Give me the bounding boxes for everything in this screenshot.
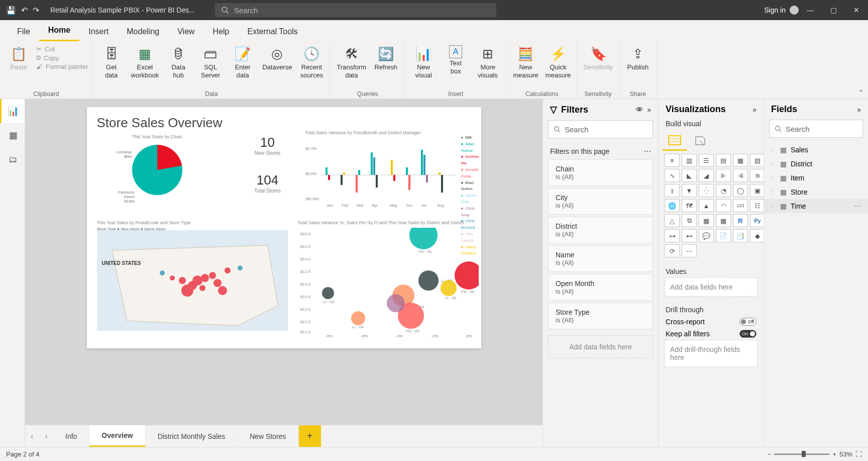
pie-chart[interactable] [132,145,182,195]
bubble-chart[interactable]: $15.0$14.5$14.0 $13.5$13.0$12.5 $12.0$11… [298,228,479,338]
save-icon[interactable]: 💾 [6,6,16,15]
dataverse-button[interactable]: ◎Dataverse [260,43,294,71]
viz-scatter[interactable]: ⁛ [699,184,714,197]
filter-card[interactable]: Districtis (All) [548,217,653,243]
tab-modeling[interactable]: Modeling [118,23,168,41]
viz-waterfall[interactable]: ⫿ [665,184,680,197]
filter-card[interactable]: Nameis (All) [548,245,653,272]
viz-table[interactable]: ▦ [699,214,714,227]
viz-gauge[interactable]: ◠ [716,199,731,212]
redo-icon[interactable]: ↷ [33,6,39,15]
tab-help[interactable]: Help [204,23,239,41]
field-table-item[interactable]: 〉▦Item [764,171,868,185]
filters-search[interactable]: Search [548,120,653,138]
sensitivity-button[interactable]: 🔖Sensitivity [581,43,615,71]
viz-more[interactable]: ⋯ [682,244,697,257]
filter-card[interactable]: Cityis (All) [548,188,653,215]
show-filters-icon[interactable]: 👁 [636,106,643,114]
viz-stacked-area[interactable]: ◢ [699,169,714,182]
collapse-viz-icon[interactable]: » [752,106,756,114]
viz-clustered-column[interactable]: ▤ [716,154,731,167]
excel-button[interactable]: ▦Excel workbook [129,43,161,79]
bar-chart[interactable]: $0.2M $0.0M ($0.2M) [305,137,456,208]
viz-funnel[interactable]: ▼ [682,184,697,197]
more-icon[interactable]: ⋯ [644,147,651,155]
viz-qa[interactable]: 💬 [699,229,714,242]
report-view-button[interactable]: 📊 [0,99,25,123]
copy-button[interactable]: ⧉Copy [36,54,88,62]
viz-multirow-card[interactable]: ☷ [750,199,765,212]
cut-button[interactable]: ✂Cut [36,45,88,53]
viz-azure-map[interactable]: ▲ [699,199,714,212]
viz-r[interactable]: R [733,214,748,227]
viz-paginated[interactable]: 📑 [733,229,748,242]
viz-narrative[interactable]: 📄 [716,229,731,242]
tab-view[interactable]: View [168,23,203,41]
sign-in[interactable]: Sign in [764,6,799,15]
viz-line-clustered[interactable]: ⫷ [733,169,748,182]
viz-power-automate[interactable]: ⟳ [665,244,680,257]
transform-button[interactable]: 🛠Transform data [335,43,368,79]
viz-ribbon[interactable]: ≋ [750,169,765,182]
page-next[interactable]: › [39,425,53,447]
page-tab-newstores[interactable]: New Stores [238,425,298,447]
filter-card[interactable]: Chainis (All) [548,159,653,186]
viz-pie[interactable]: ◔ [716,184,731,197]
undo-icon[interactable]: ↶ [21,6,28,15]
close-button[interactable]: ✕ [845,0,868,20]
sqlserver-button[interactable]: 🗃SQL Server [196,43,225,79]
viz-line[interactable]: ∿ [665,169,680,182]
collapse-filters-icon[interactable]: » [647,106,651,114]
filter-card[interactable]: Open Monthis (All) [548,274,653,301]
viz-100-bar[interactable]: ▦ [733,154,748,167]
format-visual-tab[interactable] [692,132,710,149]
keep-filters-toggle[interactable]: On [739,330,756,338]
get-data-button[interactable]: 🗄Get data [97,43,126,79]
field-table-sales[interactable]: 〉▦Sales [764,143,868,157]
zoom-out[interactable]: − [768,450,772,458]
global-search[interactable]: Search [215,3,496,17]
datahub-button[interactable]: 🛢Data hub [164,43,193,79]
format-painter-button[interactable]: 🖌Format painter [36,63,88,70]
viz-filled-map[interactable]: 🗺 [682,199,697,212]
textbox-button[interactable]: AText box [441,43,470,75]
viz-matrix[interactable]: ▩ [716,214,731,227]
viz-line-column[interactable]: ⫸ [716,169,731,182]
minimize-button[interactable]: — [799,0,822,20]
viz-donut[interactable]: ◯ [733,184,748,197]
quickmeasure-button[interactable]: ⚡Quick measure [544,43,573,79]
tab-home[interactable]: Home [39,22,79,41]
tab-file[interactable]: File [8,23,39,41]
collapse-fields-icon[interactable]: » [857,106,861,114]
viz-slicer[interactable]: ⧉ [682,214,697,227]
values-drop[interactable]: Add data fields here [665,278,757,297]
collapse-ribbon-icon[interactable]: ⌃ [858,88,864,97]
viz-kpi[interactable]: △ [665,214,680,227]
zoom-slider[interactable] [774,453,829,455]
field-table-district[interactable]: 〉▦District [764,157,868,171]
newmeasure-button[interactable]: 🧮New measure [511,43,540,79]
page-tab-overview[interactable]: Overview [89,425,145,447]
newvisual-button[interactable]: 📊New visual [409,43,438,79]
publish-button[interactable]: ⇪Publish [623,43,653,71]
paste-button[interactable]: 📋 Paste [4,43,33,71]
report-canvas[interactable]: Store Sales Overview This Year Sales by … [87,107,481,348]
field-table-store[interactable]: 〉▦Store [764,185,868,199]
viz-100-column[interactable]: ▧ [750,154,765,167]
viz-stacked-bar[interactable]: ≡ [665,154,680,167]
viz-treemap[interactable]: ▣ [750,184,765,197]
viz-power-apps[interactable]: ◆ [750,229,765,242]
page-tab-district[interactable]: District Monthly Sales [146,425,238,447]
drill-drop[interactable]: Add drill-through fields here [665,340,757,367]
fit-to-page-icon[interactable]: ⛶ [855,450,862,458]
viz-stacked-column[interactable]: ▥ [682,154,697,167]
viz-python[interactable]: Py [750,214,765,227]
tab-insert[interactable]: Insert [79,23,118,41]
tab-external-tools[interactable]: External Tools [238,23,306,41]
field-table-time[interactable]: 〉▦Time⋯ [764,199,868,213]
recentsources-button[interactable]: 🕓Recent sources [297,43,326,79]
kpi-total-stores[interactable]: 104 Total Stores [248,172,288,194]
filters-drop-target[interactable]: Add data fields here [548,335,653,358]
morevisuals-button[interactable]: ⊞More visuals [473,43,502,79]
map-visual[interactable]: UNITED STATES [97,230,288,331]
